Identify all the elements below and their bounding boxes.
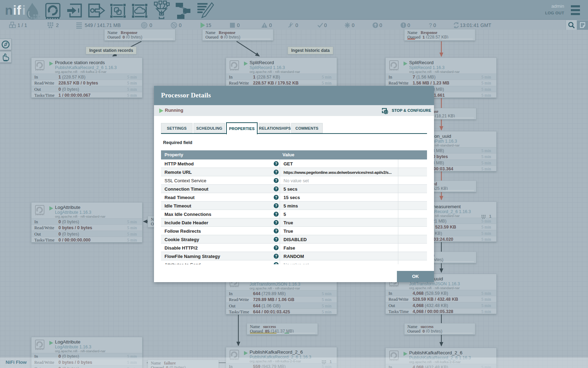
- svg-text:n: n: [5, 3, 13, 18]
- svg-text:?: ?: [429, 22, 432, 28]
- svg-text:i: i: [13, 3, 16, 18]
- svg-text:f: f: [17, 3, 21, 18]
- svg-text:i: i: [22, 3, 26, 18]
